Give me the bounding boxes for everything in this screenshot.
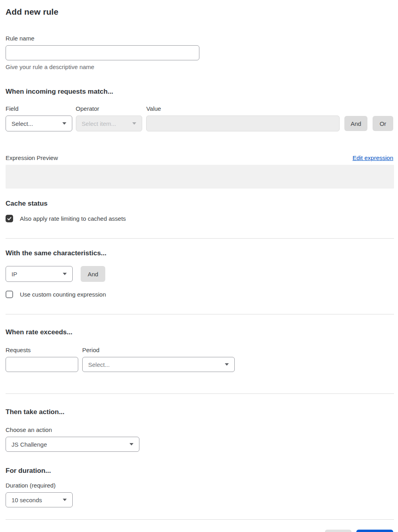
cache-status-heading: Cache status <box>6 200 393 208</box>
rate-section: When rate exceeds... Requests Period Sel… <box>6 314 393 372</box>
custom-counting-checkbox-label: Use custom counting expression <box>20 291 106 298</box>
characteristics-section: With the same characteristics... IP And … <box>6 239 393 298</box>
match-section: When incoming requests match... Field Se… <box>6 88 393 131</box>
back-button[interactable]: Back <box>325 530 352 532</box>
checkbox-checked-icon[interactable] <box>6 215 13 222</box>
requests-label: Requests <box>6 347 78 353</box>
add-rule-form: Add new rule Rule name Give your rule a … <box>0 0 398 532</box>
duration-select-value: 10 seconds <box>12 497 42 503</box>
expression-preview-box <box>6 165 394 189</box>
duration-select[interactable]: 10 seconds <box>6 492 73 507</box>
checkbox-unchecked-icon[interactable] <box>6 291 13 298</box>
requests-input[interactable] <box>6 357 78 372</box>
value-label: Value <box>146 105 340 112</box>
field-select[interactable]: Select... <box>6 116 72 131</box>
expression-preview-label: Expression Preview <box>6 154 58 161</box>
rule-name-section: Rule name Give your rule a descriptive n… <box>6 35 393 70</box>
and-button[interactable]: And <box>344 116 367 131</box>
chevron-down-icon <box>132 122 136 125</box>
custom-counting-checkbox-row[interactable]: Use custom counting expression <box>6 291 393 298</box>
rule-name-helper: Give your rule a descriptive name <box>6 64 393 70</box>
page-title: Add new rule <box>6 7 393 17</box>
operator-select-value: Select item... <box>82 120 116 127</box>
checkmark-icon <box>7 216 12 221</box>
characteristics-heading: With the same characteristics... <box>6 249 393 257</box>
rule-name-label: Rule name <box>6 35 393 42</box>
field-label: Field <box>6 105 72 112</box>
action-label: Choose an action <box>6 426 393 433</box>
cached-assets-checkbox-label: Also apply rate limiting to cached asset… <box>20 215 126 222</box>
duration-label: Duration (required) <box>6 482 393 489</box>
or-button[interactable]: Or <box>373 116 393 131</box>
duration-section: For duration... Duration (required) 10 s… <box>6 467 393 507</box>
add-rule-button[interactable]: Add rule <box>356 530 393 532</box>
field-select-value: Select... <box>12 120 33 127</box>
period-select[interactable]: Select... <box>82 357 235 372</box>
chevron-down-icon <box>62 122 66 125</box>
edit-expression-link[interactable]: Edit expression <box>352 154 393 161</box>
rate-heading: When rate exceeds... <box>6 328 393 336</box>
duration-heading: For duration... <box>6 467 393 475</box>
action-section: Then take action... Choose an action JS … <box>6 394 393 452</box>
operator-select[interactable]: Select item... <box>76 116 143 131</box>
characteristics-and-button[interactable]: And <box>81 266 105 282</box>
chevron-down-icon <box>225 363 229 366</box>
footer-actions: Back Add rule <box>6 520 393 532</box>
characteristics-select[interactable]: IP <box>6 266 73 282</box>
action-heading: Then take action... <box>6 408 393 416</box>
period-select-value: Select... <box>88 361 110 368</box>
match-heading: When incoming requests match... <box>6 88 393 96</box>
period-label: Period <box>82 347 235 353</box>
expression-preview-section: Expression Preview Edit expression <box>6 154 393 189</box>
cached-assets-checkbox-row[interactable]: Also apply rate limiting to cached asset… <box>6 215 393 222</box>
chevron-down-icon <box>129 443 133 445</box>
action-select[interactable]: JS Challenge <box>6 437 139 452</box>
operator-label: Operator <box>76 105 143 112</box>
chevron-down-icon <box>63 273 67 275</box>
chevron-down-icon <box>63 499 67 501</box>
value-input[interactable] <box>146 116 340 131</box>
action-select-value: JS Challenge <box>12 441 47 448</box>
cache-status-section: Cache status Also apply rate limiting to… <box>6 200 393 222</box>
characteristics-select-value: IP <box>12 271 17 278</box>
rule-name-input[interactable] <box>6 45 199 60</box>
